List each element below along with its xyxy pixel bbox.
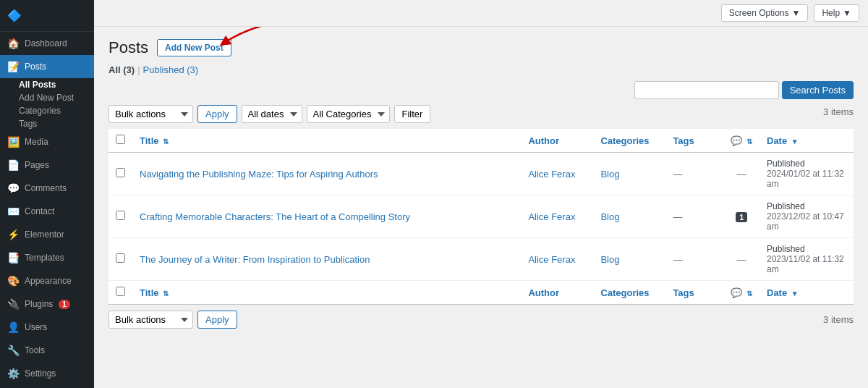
bulk-actions-select-bottom[interactable]: Bulk actionsEditMove to Trash <box>109 311 193 329</box>
filter-button[interactable]: Filter <box>394 105 431 123</box>
help-button[interactable]: Help ▼ <box>814 4 859 22</box>
row-tags-cell: — <box>665 195 723 238</box>
sidebar-item-appearance[interactable]: 🎨 Appearance <box>0 269 94 292</box>
sidebar-sub-categories[interactable]: Categories <box>0 104 94 117</box>
row-date-cell: Published 2024/01/02 at 11:32 am <box>760 153 854 195</box>
author-link-2[interactable]: Alice Ferax <box>528 254 575 265</box>
title-column-header[interactable]: Title ⇅ <box>132 129 521 153</box>
post-title-link-0[interactable]: Navigating the Publishing Maze: Tips for… <box>140 169 378 180</box>
sidebar-item-users[interactable]: 👤 Users <box>0 316 94 339</box>
author-column-header: Author <box>521 129 593 153</box>
dashboard-icon: 🏠 <box>7 38 19 49</box>
sidebar-item-posts[interactable]: 📝 Posts <box>0 55 94 78</box>
sidebar: 🔷 🏠 Dashboard 📝 Posts All Posts Add New … <box>0 0 94 388</box>
content-area: Posts Add New Post All (3) <box>94 27 868 388</box>
post-title-link-1[interactable]: Crafting Memorable Characters: The Heart… <box>140 211 410 222</box>
users-icon: 👤 <box>7 321 19 333</box>
row-checkbox-cell <box>109 195 132 238</box>
sidebar-item-media[interactable]: 🖼️ Media <box>0 130 94 153</box>
sidebar-item-label: Pages <box>25 160 49 170</box>
screen-options-arrow-icon: ▼ <box>792 8 801 18</box>
sidebar-sub-add-new[interactable]: Add New Post <box>0 91 94 104</box>
sidebar-item-elementor[interactable]: ⚡ Elementor <box>0 223 94 246</box>
categories-select[interactable]: All Categories <box>307 105 390 123</box>
sidebar-sub-all-posts[interactable]: All Posts <box>0 78 94 91</box>
date-sort-icon: ▼ <box>791 138 799 146</box>
search-area: Search Posts <box>109 81 854 99</box>
date-column-footer[interactable]: Date ▼ <box>760 281 854 305</box>
row-tags-cell: — <box>665 153 723 195</box>
top-filter-bar: Bulk actionsEditMove to Trash Apply All … <box>109 105 854 123</box>
bottom-actions: Bulk actionsEditMove to Trash Apply <box>109 311 237 329</box>
sidebar-item-templates[interactable]: 📑 Templates <box>0 246 94 269</box>
row-comments-cell: — <box>723 238 760 281</box>
author-column-footer: Author <box>521 281 593 305</box>
title-sort-icon-footer: ⇅ <box>163 290 169 298</box>
items-count-top: 3 items <box>823 106 854 117</box>
row-checkbox-0[interactable] <box>116 168 125 177</box>
sidebar-item-label: Elementor <box>25 229 64 240</box>
tags-column-footer: Tags <box>665 281 723 305</box>
tools-icon: 🔧 <box>7 345 19 356</box>
comment-count-1[interactable]: 1 <box>736 212 747 222</box>
categories-column-header: Categories <box>593 129 665 153</box>
tags-value-0: — <box>673 169 682 180</box>
screen-options-label: Screen Options <box>729 8 789 18</box>
row-categories-cell: Blog <box>593 195 665 238</box>
date-sort-icon-footer: ▼ <box>791 290 799 298</box>
row-author-cell: Alice Ferax <box>521 195 593 238</box>
sidebar-item-theme-settings[interactable]: 🎨 Theme Settings <box>0 385 94 388</box>
sidebar-item-comments[interactable]: 💬 Comments <box>0 177 94 200</box>
plugins-icon: 🔌 <box>7 298 19 310</box>
row-checkbox-1[interactable] <box>116 211 125 220</box>
row-checkbox-2[interactable] <box>116 253 125 263</box>
sidebar-item-label: Dashboard <box>25 38 67 48</box>
date-status-0: Published 2024/01/02 at 11:32 am <box>767 159 846 189</box>
date-status-1: Published 2023/12/02 at 10:47 am <box>767 201 846 232</box>
categories-column-footer: Categories <box>593 281 665 305</box>
screen-options-button[interactable]: Screen Options ▼ <box>721 4 809 22</box>
sidebar-item-plugins[interactable]: 🔌 Plugins 1 <box>0 292 94 316</box>
sidebar-item-contact[interactable]: ✉️ Contact <box>0 200 94 223</box>
pages-icon: 📄 <box>7 159 19 171</box>
title-sort-icon: ⇅ <box>163 138 169 146</box>
elementor-icon: ⚡ <box>7 229 19 240</box>
dates-select[interactable]: All dates <box>242 105 302 123</box>
search-input[interactable] <box>634 81 779 99</box>
apply-button-bottom[interactable]: Apply <box>197 311 237 329</box>
sidebar-item-pages[interactable]: 📄 Pages <box>0 153 94 177</box>
contact-icon: ✉️ <box>7 206 19 217</box>
date-column-header[interactable]: Date ▼ <box>760 129 854 153</box>
sidebar-item-label: Settings <box>25 368 56 379</box>
filter-published-link[interactable]: Published (3) <box>143 64 199 75</box>
filter-all-link[interactable]: All (3) <box>109 64 135 75</box>
post-title-link-2[interactable]: The Journey of a Writer: From Inspiratio… <box>140 254 370 265</box>
sidebar-item-dashboard[interactable]: 🏠 Dashboard <box>0 32 94 55</box>
row-categories-cell: Blog <box>593 153 665 195</box>
title-column-footer[interactable]: Title ⇅ <box>132 281 521 305</box>
sidebar-item-tools[interactable]: 🔧 Tools <box>0 339 94 362</box>
select-all-checkbox[interactable] <box>116 135 125 144</box>
category-link-1[interactable]: Blog <box>600 211 619 222</box>
apply-button-top[interactable]: Apply <box>197 105 237 123</box>
select-all-th <box>109 129 132 153</box>
category-link-2[interactable]: Blog <box>600 254 619 265</box>
author-link-1[interactable]: Alice Ferax <box>528 211 575 222</box>
select-all-checkbox-footer[interactable] <box>116 287 125 296</box>
bulk-actions-select-top[interactable]: Bulk actionsEditMove to Trash <box>109 105 193 123</box>
author-link-0[interactable]: Alice Ferax <box>528 169 575 180</box>
tags-value-2: — <box>673 254 682 265</box>
appearance-icon: 🎨 <box>7 275 19 287</box>
sidebar-item-label: Plugins <box>25 299 53 309</box>
add-new-post-button[interactable]: Add New Post <box>157 39 231 56</box>
add-new-wrapper: Add New Post <box>157 39 231 56</box>
search-posts-button[interactable]: Search Posts <box>782 81 854 99</box>
sidebar-item-settings[interactable]: ⚙️ Settings <box>0 362 94 385</box>
row-comments-cell: 1 <box>723 195 760 238</box>
sidebar-item-label: Media <box>25 137 48 147</box>
category-link-0[interactable]: Blog <box>600 169 619 180</box>
table-footer-row: Title ⇅ Author Categories Tags 💬 ⇅ Date … <box>109 281 854 305</box>
posts-tbody: Navigating the Publishing Maze: Tips for… <box>109 153 854 281</box>
sidebar-item-label: Templates <box>25 253 64 263</box>
sidebar-sub-tags[interactable]: Tags <box>0 117 94 130</box>
